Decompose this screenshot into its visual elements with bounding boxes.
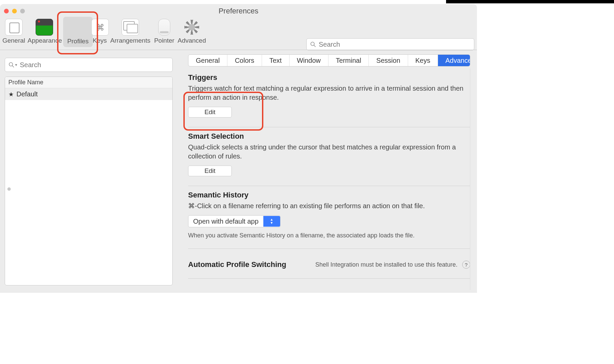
svg-line-1 (314, 45, 315, 47)
section-title: Semantic History (188, 191, 470, 199)
toolbar-item-appearance[interactable]: Appearance (28, 19, 61, 44)
toolbar-item-profiles[interactable]: Profiles (63, 17, 93, 47)
section-title: Automatic Profile Switching (188, 260, 286, 269)
toolbar-label: Keys (93, 37, 107, 44)
star-icon: ★ (8, 91, 14, 98)
profile-tabs: General Colors Text Window Terminal Sess… (188, 54, 470, 66)
vertical-scrollbar[interactable] (470, 69, 470, 290)
preferences-window: Preferences General Appearance Profiles … (0, 4, 477, 293)
tab-session[interactable]: Session (369, 55, 408, 66)
tab-advanced[interactable]: Advanced (438, 55, 470, 66)
toolbar-search[interactable] (306, 38, 474, 50)
stepper-arrows-icon: ▲▼ (263, 216, 280, 227)
search-icon (310, 41, 316, 47)
tab-keys[interactable]: Keys (408, 55, 438, 66)
svg-line-3 (12, 65, 14, 67)
section-automatic-profile-switching: Automatic Profile Switching Shell Integr… (188, 249, 470, 279)
section-title: Smart Selection (188, 132, 470, 141)
arrangements-icon (122, 19, 139, 36)
appearance-icon (36, 19, 53, 36)
toolbar-item-general[interactable]: General (2, 19, 26, 44)
section-desc: Quad-click selects a string under the cu… (188, 143, 470, 161)
pointer-icon (158, 19, 170, 36)
toolbar-item-arrangements[interactable]: Arrangements (110, 19, 150, 44)
profile-row[interactable]: ★ Default (5, 88, 172, 100)
section-desc: Triggers watch for text matching a regul… (188, 84, 470, 102)
toolbar-label: Profiles (67, 38, 88, 45)
tab-terminal[interactable]: Terminal (328, 55, 369, 66)
keys-icon (91, 19, 109, 36)
window-title: Preferences (0, 7, 477, 15)
triggers-edit-button[interactable]: Edit (188, 107, 232, 118)
toolbar-divider (0, 50, 477, 50)
tab-window[interactable]: Window (290, 55, 328, 66)
svg-point-0 (311, 42, 314, 46)
profile-detail-pane: General Colors Text Window Terminal Sess… (188, 54, 470, 290)
toolbar-label: General (2, 37, 25, 44)
toolbar-item-advanced[interactable]: Advanced (177, 19, 207, 44)
toolbar-label: Advanced (178, 37, 206, 44)
gear-icon (183, 19, 200, 36)
tab-colors[interactable]: Colors (227, 55, 262, 66)
chevron-down-icon[interactable]: ▾ (15, 62, 17, 67)
profiles-column-header[interactable]: Profile Name (5, 77, 172, 88)
aps-hint: Shell Integration must be installed to u… (315, 261, 457, 268)
toolbar-item-pointer[interactable]: Pointer (153, 19, 175, 44)
profiles-search[interactable]: ▾ (5, 58, 173, 72)
select-value: Open with default app (188, 218, 263, 225)
svg-point-2 (9, 62, 13, 66)
search-icon (8, 62, 14, 68)
toolbar-label: Appearance (28, 37, 62, 44)
background-other-window (446, 0, 614, 3)
section-desc: ⌘-Click on a filename referring to an ex… (188, 201, 470, 211)
preferences-toolbar: General Appearance Profiles Keys Arrange… (0, 19, 477, 50)
profile-name: Default (16, 90, 38, 98)
profiles-icon (69, 19, 87, 36)
toolbar-item-keys[interactable]: Keys (91, 19, 108, 44)
advanced-scroll-area: Triggers Triggers watch for text matchin… (188, 69, 470, 290)
tab-text[interactable]: Text (262, 55, 290, 66)
section-title: Triggers (188, 73, 470, 82)
toolbar-search-input[interactable] (318, 40, 471, 49)
sidebar-handle-dot[interactable] (7, 187, 11, 191)
tab-general[interactable]: General (188, 55, 227, 66)
toolbar-label: Pointer (154, 37, 174, 44)
section-semantic-history: Semantic History ⌘-Click on a filename r… (188, 186, 470, 249)
toolbar-label: Arrangements (110, 37, 150, 44)
section-smart-selection: Smart Selection Quad-click selects a str… (188, 127, 470, 186)
section-note: When you activate Semantic History on a … (188, 232, 470, 239)
section-triggers: Triggers Triggers watch for text matchin… (188, 69, 470, 127)
help-button[interactable]: ? (462, 261, 470, 269)
semantic-history-select[interactable]: Open with default app ▲▼ (188, 215, 280, 227)
profiles-list: Profile Name ★ Default (5, 77, 173, 285)
profiles-search-input[interactable] (19, 61, 169, 69)
smart-selection-edit-button[interactable]: Edit (188, 166, 232, 176)
profiles-sidebar: ▾ Profile Name ★ Default (5, 58, 173, 285)
general-icon (5, 19, 23, 36)
